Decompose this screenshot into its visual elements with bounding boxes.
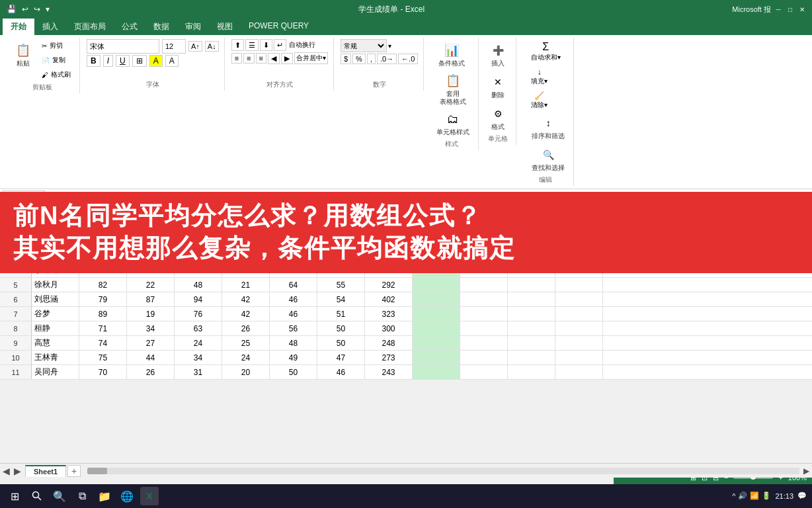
cell-c6[interactable]: 87 bbox=[127, 292, 175, 306]
tab-power-query[interactable]: POWER QUERY bbox=[241, 19, 317, 35]
cell-c11[interactable]: 26 bbox=[127, 365, 175, 379]
cell-h11[interactable]: 243 bbox=[365, 365, 413, 379]
cell-b11[interactable]: 70 bbox=[79, 365, 127, 379]
fill-color-button[interactable]: A bbox=[149, 55, 163, 67]
cell-j6[interactable] bbox=[460, 292, 508, 306]
cell-k9[interactable] bbox=[508, 336, 555, 350]
cell-k10[interactable] bbox=[508, 351, 555, 364]
font-name-input[interactable] bbox=[87, 39, 159, 54]
font-size-decrease[interactable]: A↓ bbox=[205, 41, 219, 52]
font-size-increase[interactable]: A↑ bbox=[188, 41, 202, 52]
cell-i11[interactable] bbox=[413, 365, 460, 379]
paste-button[interactable]: 📋 粘贴 bbox=[11, 39, 36, 69]
cell-f11[interactable]: 50 bbox=[270, 365, 317, 379]
cortana-icon[interactable]: 🔍 bbox=[50, 487, 69, 505]
cell-j9[interactable] bbox=[460, 336, 508, 350]
cell-c9[interactable]: 27 bbox=[127, 336, 175, 350]
cell-k11[interactable] bbox=[508, 365, 555, 379]
redo-icon[interactable]: ↪ bbox=[32, 5, 42, 14]
sheet-nav-left[interactable]: ◀ bbox=[3, 466, 10, 476]
cell-g11[interactable]: 46 bbox=[317, 365, 365, 379]
number-format-select[interactable]: 常规 bbox=[341, 39, 387, 52]
tab-data[interactable]: 数据 bbox=[145, 19, 177, 35]
underline-button[interactable]: U bbox=[116, 55, 130, 67]
maximize-button[interactable]: □ bbox=[786, 5, 795, 14]
notification-icon[interactable]: 💬 bbox=[797, 491, 807, 500]
cell-style-button[interactable]: 🗂 单元格样式 bbox=[433, 108, 473, 138]
conditional-format-button[interactable]: 📊 条件格式 bbox=[435, 39, 468, 69]
tab-view[interactable]: 视图 bbox=[209, 19, 241, 35]
cell-k8[interactable] bbox=[508, 321, 555, 335]
fill-button[interactable]: ↓ 填充▾ bbox=[528, 65, 551, 88]
currency-button[interactable]: $ bbox=[341, 54, 351, 64]
search-button[interactable] bbox=[28, 487, 46, 505]
cell-b6[interactable]: 79 bbox=[79, 292, 127, 306]
tray-arrow[interactable]: ^ bbox=[732, 492, 735, 500]
edge-icon[interactable]: 🌐 bbox=[118, 487, 136, 505]
cell-f5[interactable]: 64 bbox=[270, 278, 317, 292]
align-left-button[interactable]: ≡ bbox=[231, 53, 242, 64]
align-center-button[interactable]: ≡ bbox=[243, 53, 254, 64]
battery-icon[interactable]: 🔋 bbox=[762, 491, 771, 500]
cell-e6[interactable]: 42 bbox=[222, 292, 270, 306]
copy-button[interactable]: 📄复制 bbox=[38, 54, 74, 67]
cell-a5[interactable]: 徐秋月 bbox=[32, 278, 79, 292]
save-icon[interactable]: 💾 bbox=[5, 5, 18, 14]
delete-cell-button[interactable]: ✕ 删除 bbox=[485, 71, 510, 101]
cell-f6[interactable]: 46 bbox=[270, 292, 317, 306]
tab-page-layout[interactable]: 页面布局 bbox=[66, 19, 114, 35]
cell-c5[interactable]: 22 bbox=[127, 278, 175, 292]
sort-filter-button[interactable]: ↕ 排序和筛选 bbox=[528, 112, 568, 142]
font-size-input[interactable] bbox=[162, 39, 186, 54]
cell-i7[interactable] bbox=[413, 307, 460, 321]
cell-f8[interactable]: 56 bbox=[270, 321, 317, 335]
cell-h8[interactable]: 300 bbox=[365, 321, 413, 335]
cell-l10[interactable] bbox=[555, 351, 603, 364]
format-cell-button[interactable]: ⚙ 格式 bbox=[485, 103, 510, 133]
cell-c10[interactable]: 44 bbox=[127, 351, 175, 364]
cell-h7[interactable]: 323 bbox=[365, 307, 413, 321]
sheet-tab-sheet1[interactable]: Sheet1 bbox=[25, 465, 66, 477]
cell-j8[interactable] bbox=[460, 321, 508, 335]
cell-g10[interactable]: 47 bbox=[317, 351, 365, 364]
cell-k6[interactable] bbox=[508, 292, 555, 306]
sheet-nav-right[interactable]: ▶ bbox=[14, 466, 21, 476]
align-top-button[interactable]: ⬆ bbox=[231, 39, 244, 51]
cell-g9[interactable]: 50 bbox=[317, 336, 365, 350]
find-select-button[interactable]: 🔍 查找和选择 bbox=[528, 144, 568, 174]
cell-i5[interactable] bbox=[413, 278, 460, 292]
percent-button[interactable]: % bbox=[352, 54, 366, 64]
cut-button[interactable]: ✂剪切 bbox=[38, 39, 74, 52]
cell-e9[interactable]: 25 bbox=[222, 336, 270, 350]
cell-g5[interactable]: 55 bbox=[317, 278, 365, 292]
cell-e10[interactable]: 24 bbox=[222, 351, 270, 364]
cell-a8[interactable]: 桓静 bbox=[32, 321, 79, 335]
start-button[interactable]: ⊞ bbox=[5, 487, 24, 505]
align-middle-button[interactable]: ☰ bbox=[245, 39, 259, 51]
tab-formula[interactable]: 公式 bbox=[114, 19, 145, 35]
undo-icon[interactable]: ↩ bbox=[20, 5, 30, 14]
cell-i10[interactable] bbox=[413, 351, 460, 364]
cell-g7[interactable]: 51 bbox=[317, 307, 365, 321]
cell-b5[interactable]: 82 bbox=[79, 278, 127, 292]
customize-icon[interactable]: ▾ bbox=[44, 5, 51, 14]
cell-c8[interactable]: 34 bbox=[127, 321, 175, 335]
italic-button[interactable]: I bbox=[103, 55, 113, 67]
cell-d9[interactable]: 24 bbox=[175, 336, 222, 350]
cell-h10[interactable]: 273 bbox=[365, 351, 413, 364]
h-scrollbar[interactable] bbox=[87, 468, 799, 474]
cell-f10[interactable]: 49 bbox=[270, 351, 317, 364]
cell-h5[interactable]: 292 bbox=[365, 278, 413, 292]
cell-e5[interactable]: 21 bbox=[222, 278, 270, 292]
cell-b7[interactable]: 89 bbox=[79, 307, 127, 321]
cell-l11[interactable] bbox=[555, 365, 603, 379]
cell-f9[interactable]: 48 bbox=[270, 336, 317, 350]
cell-g8[interactable]: 50 bbox=[317, 321, 365, 335]
autosum-button[interactable]: Σ 自动求和▾ bbox=[528, 39, 564, 64]
h-scrollbar-thumb[interactable] bbox=[87, 468, 107, 474]
cell-h9[interactable]: 248 bbox=[365, 336, 413, 350]
comma-button[interactable]: , bbox=[367, 54, 376, 64]
decimal-increase-button[interactable]: .0→ bbox=[377, 54, 397, 64]
cell-f7[interactable]: 46 bbox=[270, 307, 317, 321]
cell-l6[interactable] bbox=[555, 292, 603, 306]
